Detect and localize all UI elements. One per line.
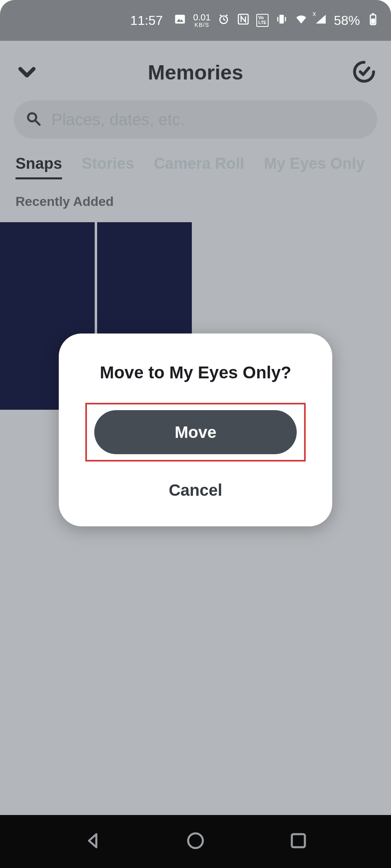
android-nav-bar (0, 815, 391, 868)
volte-icon: VoLTE (256, 14, 269, 27)
annotation-highlight: Move (85, 403, 306, 462)
data-rate-unit: KB/S (195, 22, 209, 28)
svg-line-15 (36, 121, 40, 125)
search-icon (25, 110, 42, 128)
svg-rect-13 (371, 18, 375, 24)
battery-percent: 58% (334, 13, 360, 28)
vibrate-icon (275, 13, 288, 29)
svg-line-4 (224, 20, 225, 20)
svg-rect-17 (292, 834, 305, 847)
tab-my-eyes-only[interactable]: My Eyes Only (264, 155, 365, 177)
recently-added-label: Recently Added (0, 187, 391, 216)
svg-rect-12 (372, 13, 374, 15)
nav-back-icon[interactable] (83, 831, 103, 852)
move-button[interactable]: Move (94, 410, 297, 454)
image-icon (173, 13, 187, 29)
data-rate-indicator: 0.01 KB/S (193, 13, 211, 28)
tab-snaps[interactable]: Snaps (16, 155, 62, 179)
svg-point-16 (188, 833, 203, 848)
device-frame: 11:57 0.01 KB/S VoLTE x 58% (0, 0, 391, 868)
svg-line-6 (226, 15, 227, 16)
move-dialog: Move to My Eyes Only? Move Cancel (59, 334, 332, 526)
status-bar: 11:57 0.01 KB/S VoLTE x 58% (0, 0, 391, 41)
cancel-button[interactable]: Cancel (169, 481, 222, 499)
search-placeholder: Places, dates, etc. (51, 110, 185, 129)
select-mode-icon[interactable] (353, 60, 375, 85)
battery-icon (367, 13, 380, 29)
wifi-icon (295, 13, 308, 29)
nav-home-icon[interactable] (186, 831, 205, 852)
svg-rect-8 (280, 15, 284, 23)
nav-recent-icon[interactable] (289, 831, 308, 852)
tab-camera-roll[interactable]: Camera Roll (154, 155, 244, 177)
nfc-icon (237, 13, 250, 29)
memories-header: Memories (0, 41, 391, 100)
dialog-title: Move to My Eyes Only? (100, 363, 291, 382)
signal-icon: x (314, 13, 327, 29)
memories-tabs: Snaps Stories Camera Roll My Eyes Only (0, 139, 391, 187)
tab-stories[interactable]: Stories (82, 155, 134, 177)
status-time: 11:57 (130, 13, 163, 28)
svg-line-5 (220, 15, 222, 16)
alarm-icon (217, 13, 230, 29)
chevron-down-icon[interactable] (16, 60, 38, 85)
data-rate-value: 0.01 (193, 13, 211, 22)
search-container: Places, dates, etc. (0, 100, 391, 139)
search-input[interactable]: Places, dates, etc. (14, 100, 377, 139)
svg-rect-0 (175, 15, 185, 23)
page-title: Memories (38, 61, 353, 84)
